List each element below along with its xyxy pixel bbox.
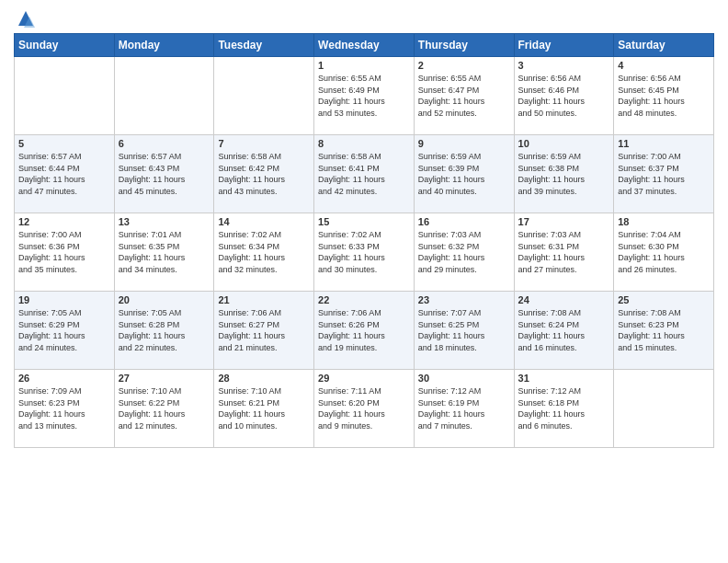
day-info: Sunrise: 7:07 AM Sunset: 6:25 PM Dayligh… [418,307,510,353]
day-info: Sunrise: 7:05 AM Sunset: 6:28 PM Dayligh… [119,307,210,353]
calendar-week-row: 1Sunrise: 6:55 AM Sunset: 6:49 PM Daylig… [15,57,714,135]
day-info: Sunrise: 6:55 AM Sunset: 6:47 PM Dayligh… [418,73,510,119]
calendar-cell: 7Sunrise: 6:58 AM Sunset: 6:42 PM Daylig… [214,135,314,213]
day-info: Sunrise: 7:05 AM Sunset: 6:29 PM Dayligh… [18,307,110,353]
day-info: Sunrise: 6:56 AM Sunset: 6:46 PM Dayligh… [518,73,610,119]
day-number: 9 [418,138,510,149]
calendar-cell: 1Sunrise: 6:55 AM Sunset: 6:49 PM Daylig… [314,57,415,135]
day-info: Sunrise: 6:55 AM Sunset: 6:49 PM Dayligh… [318,73,410,119]
day-info: Sunrise: 6:57 AM Sunset: 6:43 PM Dayligh… [119,151,210,197]
day-number: 18 [618,216,710,227]
day-info: Sunrise: 7:10 AM Sunset: 6:22 PM Dayligh… [119,385,210,431]
day-number: 15 [318,216,410,227]
day-number: 11 [618,138,710,149]
day-number: 20 [119,294,210,305]
day-info: Sunrise: 7:02 AM Sunset: 6:34 PM Dayligh… [218,229,310,275]
day-header-friday: Friday [514,34,614,57]
calendar-cell: 19Sunrise: 7:05 AM Sunset: 6:29 PM Dayli… [15,292,115,370]
day-number: 28 [218,373,310,384]
day-number: 26 [18,373,110,384]
logo [14,9,35,28]
day-info: Sunrise: 7:06 AM Sunset: 6:26 PM Dayligh… [318,307,410,353]
day-header-tuesday: Tuesday [214,34,314,57]
day-info: Sunrise: 7:12 AM Sunset: 6:19 PM Dayligh… [418,385,510,431]
day-info: Sunrise: 7:03 AM Sunset: 6:32 PM Dayligh… [418,229,510,275]
day-number: 21 [218,294,310,305]
day-info: Sunrise: 6:58 AM Sunset: 6:42 PM Dayligh… [218,151,310,197]
day-info: Sunrise: 6:59 AM Sunset: 6:38 PM Dayligh… [518,151,610,197]
day-number: 10 [518,138,610,149]
day-info: Sunrise: 7:01 AM Sunset: 6:35 PM Dayligh… [119,229,210,275]
calendar-header-row: SundayMondayTuesdayWednesdayThursdayFrid… [15,34,714,57]
day-number: 12 [18,216,110,227]
day-number: 24 [518,294,610,305]
calendar-cell: 17Sunrise: 7:03 AM Sunset: 6:31 PM Dayli… [514,213,614,292]
calendar-cell: 24Sunrise: 7:08 AM Sunset: 6:24 PM Dayli… [514,292,614,370]
calendar-cell: 2Sunrise: 6:55 AM Sunset: 6:47 PM Daylig… [414,57,514,135]
day-info: Sunrise: 7:06 AM Sunset: 6:27 PM Dayligh… [218,307,310,353]
day-number: 5 [18,138,110,149]
day-info: Sunrise: 6:56 AM Sunset: 6:45 PM Dayligh… [618,73,710,119]
day-header-sunday: Sunday [15,34,115,57]
day-number: 1 [318,60,410,71]
day-header-thursday: Thursday [414,34,514,57]
calendar-cell: 13Sunrise: 7:01 AM Sunset: 6:35 PM Dayli… [114,213,214,292]
calendar-week-row: 12Sunrise: 7:00 AM Sunset: 6:36 PM Dayli… [15,213,714,292]
day-info: Sunrise: 7:11 AM Sunset: 6:20 PM Dayligh… [318,385,410,431]
calendar-cell: 23Sunrise: 7:07 AM Sunset: 6:25 PM Dayli… [414,292,514,370]
calendar-cell: 30Sunrise: 7:12 AM Sunset: 6:19 PM Dayli… [414,370,514,448]
calendar: SundayMondayTuesdayWednesdayThursdayFrid… [14,33,714,448]
calendar-cell [15,57,115,135]
day-number: 22 [318,294,410,305]
calendar-cell: 14Sunrise: 7:02 AM Sunset: 6:34 PM Dayli… [214,213,314,292]
day-info: Sunrise: 7:08 AM Sunset: 6:23 PM Dayligh… [618,307,710,353]
day-number: 14 [218,216,310,227]
day-info: Sunrise: 7:00 AM Sunset: 6:36 PM Dayligh… [18,229,110,275]
day-info: Sunrise: 7:12 AM Sunset: 6:18 PM Dayligh… [518,385,610,431]
day-info: Sunrise: 7:00 AM Sunset: 6:37 PM Dayligh… [618,151,710,197]
day-header-saturday: Saturday [614,34,714,57]
calendar-week-row: 19Sunrise: 7:05 AM Sunset: 6:29 PM Dayli… [15,292,714,370]
day-number: 2 [418,60,510,71]
day-number: 17 [518,216,610,227]
calendar-cell: 22Sunrise: 7:06 AM Sunset: 6:26 PM Dayli… [314,292,415,370]
calendar-cell: 28Sunrise: 7:10 AM Sunset: 6:21 PM Dayli… [214,370,314,448]
calendar-week-row: 5Sunrise: 6:57 AM Sunset: 6:44 PM Daylig… [15,135,714,213]
day-number: 23 [418,294,510,305]
calendar-cell: 29Sunrise: 7:11 AM Sunset: 6:20 PM Dayli… [314,370,415,448]
day-number: 3 [518,60,610,71]
calendar-cell: 16Sunrise: 7:03 AM Sunset: 6:32 PM Dayli… [414,213,514,292]
header [14,9,714,28]
page: SundayMondayTuesdayWednesdayThursdayFrid… [0,0,728,462]
calendar-cell: 3Sunrise: 6:56 AM Sunset: 6:46 PM Daylig… [514,57,614,135]
calendar-cell: 25Sunrise: 7:08 AM Sunset: 6:23 PM Dayli… [614,292,714,370]
calendar-cell: 8Sunrise: 6:58 AM Sunset: 6:41 PM Daylig… [314,135,415,213]
calendar-cell: 6Sunrise: 6:57 AM Sunset: 6:43 PM Daylig… [114,135,214,213]
day-info: Sunrise: 7:09 AM Sunset: 6:23 PM Dayligh… [18,385,110,431]
calendar-cell [614,370,714,448]
day-number: 16 [418,216,510,227]
day-info: Sunrise: 7:10 AM Sunset: 6:21 PM Dayligh… [218,385,310,431]
day-info: Sunrise: 7:02 AM Sunset: 6:33 PM Dayligh… [318,229,410,275]
day-info: Sunrise: 7:04 AM Sunset: 6:30 PM Dayligh… [618,229,710,275]
calendar-cell: 21Sunrise: 7:06 AM Sunset: 6:27 PM Dayli… [214,292,314,370]
day-header-wednesday: Wednesday [314,34,415,57]
day-info: Sunrise: 7:08 AM Sunset: 6:24 PM Dayligh… [518,307,610,353]
calendar-cell: 4Sunrise: 6:56 AM Sunset: 6:45 PM Daylig… [614,57,714,135]
day-number: 29 [318,373,410,384]
calendar-cell: 9Sunrise: 6:59 AM Sunset: 6:39 PM Daylig… [414,135,514,213]
day-header-monday: Monday [114,34,214,57]
day-number: 4 [618,60,710,71]
calendar-cell [114,57,214,135]
calendar-cell: 10Sunrise: 6:59 AM Sunset: 6:38 PM Dayli… [514,135,614,213]
day-number: 25 [618,294,710,305]
day-info: Sunrise: 6:59 AM Sunset: 6:39 PM Dayligh… [418,151,510,197]
day-number: 8 [318,138,410,149]
logo-icon [17,9,35,28]
calendar-cell: 18Sunrise: 7:04 AM Sunset: 6:30 PM Dayli… [614,213,714,292]
calendar-cell: 11Sunrise: 7:00 AM Sunset: 6:37 PM Dayli… [614,135,714,213]
day-number: 27 [119,373,210,384]
calendar-week-row: 26Sunrise: 7:09 AM Sunset: 6:23 PM Dayli… [15,370,714,448]
calendar-cell: 31Sunrise: 7:12 AM Sunset: 6:18 PM Dayli… [514,370,614,448]
day-number: 7 [218,138,310,149]
